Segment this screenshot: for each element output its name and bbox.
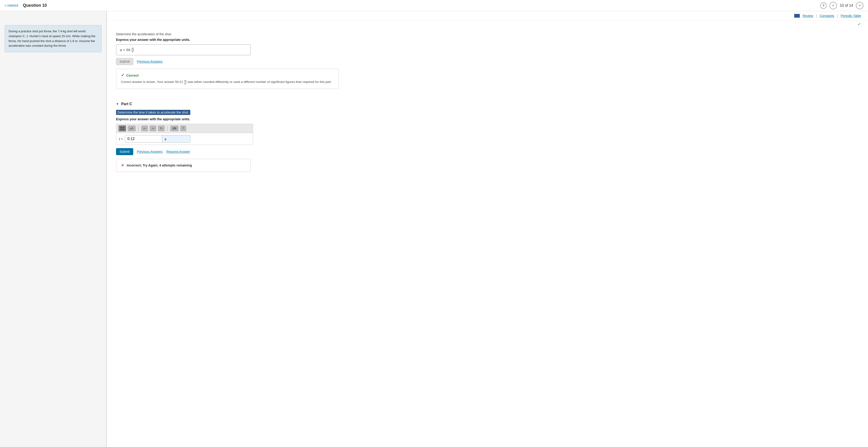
prev-question-button[interactable]: < bbox=[830, 2, 837, 9]
math-value-input[interactable] bbox=[125, 136, 162, 142]
review-link[interactable]: Review bbox=[803, 14, 813, 18]
incorrect-x-icon: ✕ bbox=[121, 163, 124, 168]
next-question-button[interactable]: > bbox=[856, 2, 863, 9]
question-count: 10 of 14 bbox=[840, 3, 853, 8]
svg-rect-2 bbox=[120, 129, 122, 130]
top-bar-right: ? < 10 of 14 > bbox=[820, 2, 863, 9]
incorrect-feedback-box: ✕ Incorrect; Try Again; 4 attempts remai… bbox=[116, 159, 251, 172]
math-input-section: μÄ ↩ ↪ ↻ ⌨ bbox=[116, 124, 253, 145]
back-link[interactable]: < HW#03 bbox=[5, 4, 18, 7]
periodic-table-link[interactable]: Periodic Table bbox=[841, 14, 861, 18]
review-icon bbox=[794, 14, 800, 18]
part-b-answer-value: 59 bbox=[126, 48, 130, 52]
problem-body: During a practice shot put throw, the 7.… bbox=[8, 29, 95, 48]
problem-text: During a practice shot put throw, the 7.… bbox=[5, 25, 102, 52]
part-c-highlighted-instruction: Determine the time it takes to accelerat… bbox=[116, 110, 190, 115]
constants-link[interactable]: Constants bbox=[820, 14, 834, 18]
part-b-instruction: Determine the acceleration of the shot. bbox=[116, 32, 859, 36]
separator-2: | bbox=[837, 14, 838, 18]
top-bar-left: < HW#03 Question 10 bbox=[5, 3, 47, 8]
refresh-button[interactable]: ↻ bbox=[158, 126, 164, 131]
incorrect-text: Incorrect; Try Again; 4 attempts remaini… bbox=[127, 163, 192, 167]
correct-shown-unit: m s² bbox=[184, 79, 187, 85]
math-toolbar: μÄ ↩ ↪ ↻ ⌨ bbox=[116, 124, 253, 133]
part-b-prev-answers-link[interactable]: Previous Answers bbox=[137, 60, 163, 63]
correct-header: ✓ Correct bbox=[121, 73, 334, 78]
help-toolbar-icon: ? bbox=[182, 127, 184, 130]
svg-rect-0 bbox=[120, 127, 122, 128]
part-c-prev-answers-link[interactable]: Previous Answers bbox=[137, 150, 163, 153]
part-c-label: Part C bbox=[121, 102, 132, 106]
part-b-submit-row: Submit Previous Answers bbox=[116, 58, 859, 65]
part-b-answer-unit: m s² bbox=[131, 47, 134, 53]
part-c-express-label: Express your answer with the appropriate… bbox=[116, 117, 859, 121]
part-c-submit-row: Submit Previous Answers Request Answer bbox=[116, 148, 859, 155]
correct-check-icon: ✓ bbox=[121, 73, 124, 78]
svg-rect-1 bbox=[123, 127, 124, 128]
mu-a-label: μÄ bbox=[130, 127, 133, 130]
help-toolbar-button[interactable]: ? bbox=[180, 126, 186, 131]
part-c-content: Determine the time it takes to accelerat… bbox=[107, 110, 868, 177]
right-panel: Review | Constants | Periodic Table ✓ De… bbox=[107, 11, 868, 447]
undo-button[interactable]: ↩ bbox=[141, 126, 148, 131]
question-title: Question 10 bbox=[23, 3, 47, 8]
correct-shown-value: 59.21 bbox=[175, 80, 184, 84]
left-panel: During a practice shot put throw, the 7.… bbox=[0, 11, 107, 447]
part-b-submit-button: Submit bbox=[116, 58, 133, 65]
part-b-express-label: Express your answer with the appropriate… bbox=[116, 38, 859, 41]
part-c-request-answer-link[interactable]: Request Answer bbox=[166, 150, 190, 153]
undo-icon: ↩ bbox=[144, 127, 146, 130]
refresh-icon: ↻ bbox=[160, 127, 162, 130]
grid-icon-button[interactable] bbox=[119, 125, 126, 131]
collapse-arrow-icon[interactable]: ▼ bbox=[116, 102, 119, 106]
keyboard-icon: ⌨ bbox=[173, 127, 176, 130]
math-input-container: t = bbox=[116, 133, 253, 145]
main-layout: During a practice shot put throw, the 7.… bbox=[0, 11, 868, 447]
checkmark-row: ✓ bbox=[107, 21, 868, 28]
top-bar: < HW#03 Question 10 ? < 10 of 14 > bbox=[0, 0, 868, 11]
redo-button[interactable]: ↪ bbox=[150, 126, 156, 131]
correct-feedback-box: ✓ Correct Correct answer is shown. Your … bbox=[116, 69, 339, 89]
part-b-answer-var: a = bbox=[120, 48, 125, 52]
redo-icon: ↪ bbox=[152, 127, 154, 130]
correct-label: Correct bbox=[126, 73, 138, 77]
svg-rect-3 bbox=[123, 129, 124, 130]
resources-bar: Review | Constants | Periodic Table bbox=[107, 11, 868, 21]
part-b-section: Determine the acceleration of the shot. … bbox=[107, 28, 868, 98]
keyboard-button[interactable]: ⌨ bbox=[170, 126, 179, 131]
part-c-var-label: t = bbox=[119, 137, 123, 141]
mu-a-button[interactable]: μÄ bbox=[128, 126, 135, 131]
math-input-fields bbox=[125, 135, 190, 143]
separator-1: | bbox=[816, 14, 817, 18]
correct-body-text: Correct answer is shown. Your answer 59.… bbox=[121, 79, 334, 85]
part-b-answer-display: a = 59 m s² bbox=[116, 44, 251, 55]
math-unit-input[interactable] bbox=[162, 136, 190, 142]
part-c-submit-button[interactable]: Submit bbox=[116, 148, 133, 155]
global-checkmark-icon: ✓ bbox=[858, 22, 861, 27]
part-c-header[interactable]: ▼ Part C bbox=[107, 98, 868, 110]
help-button[interactable]: ? bbox=[820, 2, 827, 9]
